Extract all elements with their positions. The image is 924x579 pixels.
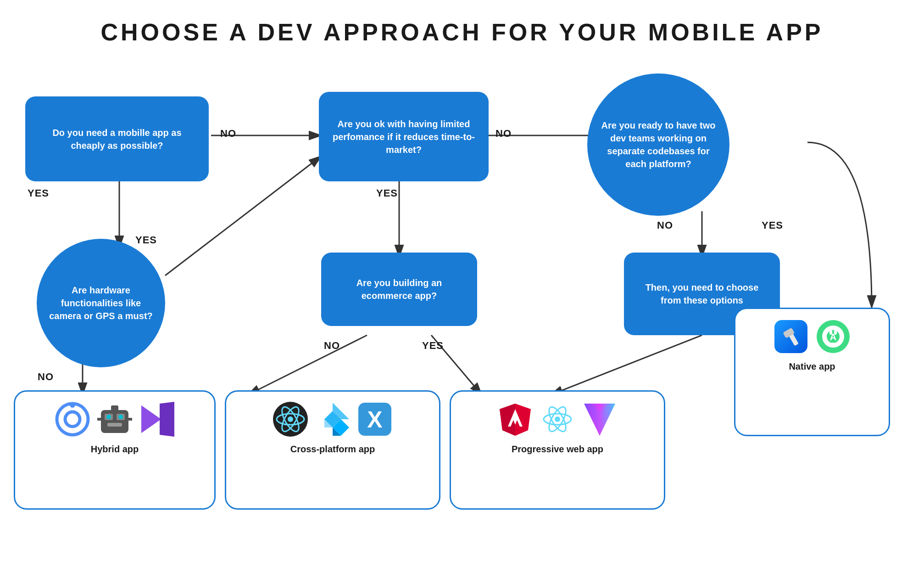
hybrid-container: Hybrid app <box>14 390 216 510</box>
q2-text: Are you ok with having limited perfomanc… <box>329 118 479 156</box>
svg-line-10 <box>551 335 702 395</box>
svg-rect-18 <box>111 405 118 412</box>
native-label: Native app <box>789 361 835 372</box>
q5-text: Are you building an ecommerce app? <box>331 276 467 302</box>
yes-label-q3: YES <box>762 219 783 231</box>
react-native-icon <box>272 401 309 438</box>
no-label-q1: NO <box>220 128 236 140</box>
pwa-label: Progressive web app <box>512 444 603 455</box>
q2-box: Are you ok with having limited perfomanc… <box>319 92 489 181</box>
page-title: CHOOSE A DEV APPROACH FOR YOUR MOBILE AP… <box>0 0 924 60</box>
yes-label-q4: YES <box>135 234 157 246</box>
svg-line-8 <box>248 335 367 395</box>
svg-point-11 <box>57 404 88 435</box>
no-label-q2: NO <box>495 128 512 140</box>
vs-icon <box>139 401 175 438</box>
svg-point-22 <box>118 415 123 419</box>
q3-text: Are you ready to have two dev teams work… <box>597 119 719 170</box>
svg-point-54 <box>831 343 835 347</box>
pwa-icons <box>497 401 618 438</box>
no-label-q3: NO <box>657 219 673 231</box>
svg-text:A: A <box>830 332 836 342</box>
q1-text: Do you need a mobille app as cheaply as … <box>35 126 199 152</box>
svg-rect-17 <box>107 423 122 427</box>
q1-box: Do you need a mobille app as cheaply as … <box>25 96 209 181</box>
yes-label-q2: YES <box>376 187 398 199</box>
q6-text: Then, you need to choose from these opti… <box>634 281 770 307</box>
q5-box: Are you building an ecommerce app? <box>321 253 477 326</box>
yes-label-q1: YES <box>28 187 49 199</box>
pwa-container: Progressive web app <box>450 390 665 510</box>
cross-container: X Cross-platform app <box>225 390 440 510</box>
flowchart: Do you need a mobille app as cheaply as … <box>0 60 924 579</box>
svg-rect-14 <box>101 410 128 433</box>
ionic-icon <box>54 401 91 438</box>
xamarin-icon: X <box>356 401 393 438</box>
no-label-q5: NO <box>324 340 340 352</box>
no-label-q4: NO <box>38 371 54 383</box>
q4-box: Are hardware functionalities like camera… <box>37 239 165 367</box>
flutter-icon <box>314 401 351 438</box>
q3-box: Are you ready to have two dev teams work… <box>587 73 729 216</box>
svg-point-12 <box>65 412 80 427</box>
robot-icon <box>96 401 133 438</box>
native-icons: A <box>773 318 852 355</box>
native-container: A Native app <box>734 308 890 436</box>
android-studio-icon: A <box>815 318 852 355</box>
hybrid-label: Hybrid app <box>91 444 139 455</box>
hybrid-icons <box>54 401 175 438</box>
vuetify-icon <box>581 401 618 438</box>
svg-point-43 <box>555 416 560 422</box>
svg-point-29 <box>288 416 293 422</box>
cross-label: Cross-platform app <box>290 444 375 455</box>
xcode-icon <box>773 318 809 355</box>
q4-text: Are hardware functionalities like camera… <box>47 284 155 322</box>
svg-point-21 <box>106 415 111 419</box>
yes-label-q5: YES <box>422 340 444 352</box>
angular-icon <box>497 401 534 438</box>
svg-marker-24 <box>141 405 160 433</box>
svg-point-13 <box>70 402 75 408</box>
react-icon <box>539 401 576 438</box>
cross-icons: X <box>272 401 393 438</box>
svg-text:X: X <box>367 407 382 433</box>
